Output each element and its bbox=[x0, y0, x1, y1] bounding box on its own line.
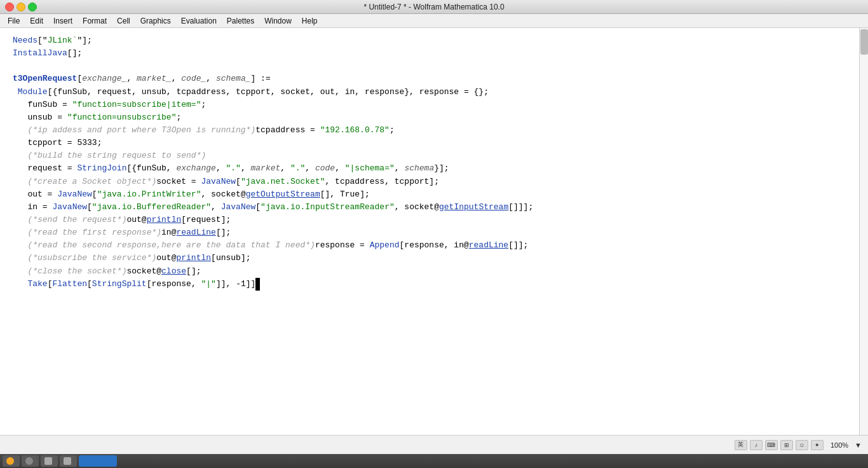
code-line-5: Module[{funSub, request, unsub, tcpaddre… bbox=[13, 86, 855, 99]
menu-graphics[interactable]: Graphics bbox=[135, 15, 176, 27]
menu-window[interactable]: Window bbox=[259, 15, 297, 27]
code-line-4: t3OpenRequest[exchange_, market_, code_,… bbox=[13, 72, 855, 85]
code-line-19: (*close the socket*)socket@close[]; bbox=[13, 265, 855, 278]
code-line-6: funSub = "function=subscribe|item="; bbox=[13, 99, 855, 111]
code-line-2: InstallJava[]; bbox=[13, 47, 855, 60]
menu-file[interactable]: File bbox=[3, 15, 25, 27]
close-button[interactable] bbox=[5, 3, 14, 11]
taskbar-item-5[interactable] bbox=[79, 455, 117, 467]
menu-cell[interactable]: Cell bbox=[112, 15, 135, 27]
menubar: File Edit Insert Format Cell Graphics Ev… bbox=[0, 14, 868, 28]
lang-icon: 英 bbox=[735, 440, 747, 450]
code-line-18: (*usubscribe the service*)out@println[un… bbox=[13, 252, 855, 265]
menu-help[interactable]: Help bbox=[297, 15, 323, 27]
code-line-1: Needs["JLink`"]; bbox=[13, 34, 855, 47]
menu-edit[interactable]: Edit bbox=[25, 15, 48, 27]
window-title: * Untitled-7 * - Wolfram Mathematica 10.… bbox=[363, 3, 504, 11]
maximize-button[interactable] bbox=[28, 3, 37, 11]
code-line-12: (*create a Socket object*)socket = JavaN… bbox=[13, 176, 855, 188]
vertical-scrollbar[interactable] bbox=[859, 28, 868, 435]
code-line-9: tcpport = 5333; bbox=[13, 137, 855, 149]
statusbar-icons: 英 ♪ ⌨ ⊞ ☺ ✦ 100% ▼ bbox=[735, 440, 862, 450]
menu-format[interactable]: Format bbox=[78, 15, 112, 27]
taskbar bbox=[0, 454, 868, 468]
screen-icon: ⊞ bbox=[780, 440, 793, 450]
code-line-10: (*build the string request to send*) bbox=[13, 149, 855, 162]
menu-insert[interactable]: Insert bbox=[48, 15, 78, 27]
menu-evaluation[interactable]: Evaluation bbox=[176, 15, 222, 27]
code-line-15: (*send the request*)out@println[request]… bbox=[13, 214, 855, 226]
code-line-13: out = JavaNew["java.io.PrintWriter", soc… bbox=[13, 188, 855, 201]
audio-icon: ♪ bbox=[750, 440, 763, 450]
settings-icon: ✦ bbox=[811, 440, 824, 450]
code-line-8: (*ip addess and port where T3Open is run… bbox=[13, 124, 855, 137]
zoom-dropdown-icon[interactable]: ▼ bbox=[855, 441, 862, 449]
user-icon: ☺ bbox=[796, 440, 808, 450]
keyboard-icon: ⌨ bbox=[765, 440, 778, 450]
taskbar-item-4[interactable] bbox=[60, 455, 77, 467]
code-line-7: unsub = "function=unsubscribe"; bbox=[13, 111, 855, 124]
code-line-14: in = JavaNew["java.io.BufferedReader", J… bbox=[13, 201, 855, 214]
taskbar-item-3[interactable] bbox=[41, 455, 58, 467]
code-line-17: (*read the second response,here are the … bbox=[13, 239, 855, 252]
code-line-16: (*read the first response*)in@readLine[]… bbox=[13, 226, 855, 239]
scrollbar-thumb[interactable] bbox=[860, 29, 868, 55]
code-line-3 bbox=[13, 60, 855, 72]
code-editor[interactable]: Needs["JLink`"]; InstallJava[]; t3OpenRe… bbox=[0, 28, 868, 435]
minimize-button[interactable] bbox=[17, 3, 25, 11]
code-line-20: Take[Flatten[StringSplit[response, "|"]]… bbox=[13, 278, 855, 291]
taskbar-item-2[interactable] bbox=[22, 455, 39, 467]
zoom-level: 100% bbox=[831, 441, 848, 449]
titlebar: * Untitled-7 * - Wolfram Mathematica 10.… bbox=[0, 0, 868, 14]
taskbar-item-1[interactable] bbox=[3, 455, 20, 467]
code-line-11: request = StringJoin[{funSub, exchange, … bbox=[13, 162, 855, 175]
statusbar: 英 ♪ ⌨ ⊞ ☺ ✦ 100% ▼ bbox=[0, 435, 868, 454]
menu-palettes[interactable]: Palettes bbox=[222, 15, 259, 27]
